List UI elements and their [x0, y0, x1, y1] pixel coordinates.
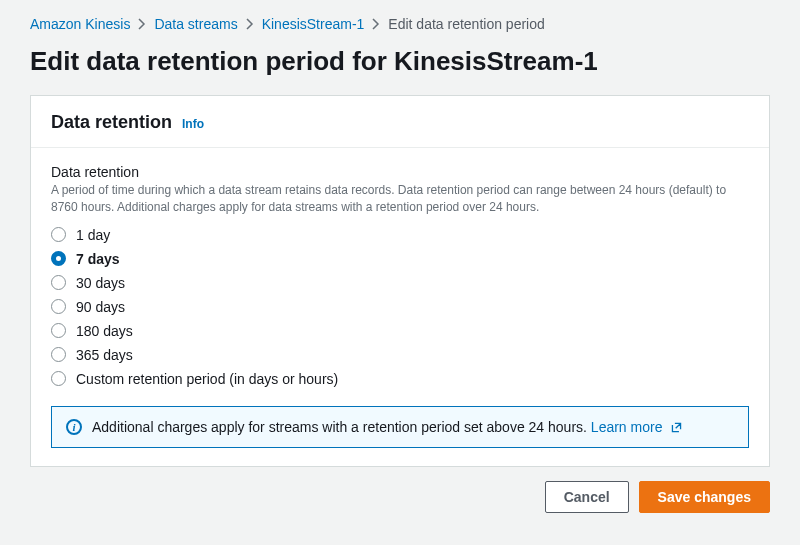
retention-option[interactable]: 30 days: [51, 274, 749, 292]
radio-label: 30 days: [76, 275, 125, 291]
radio-icon: [51, 251, 66, 266]
chevron-right-icon: [138, 18, 146, 30]
alert-text: Additional charges apply for streams wit…: [92, 419, 683, 435]
form-actions: Cancel Save changes: [30, 481, 770, 513]
radio-icon: [51, 323, 66, 338]
radio-label: Custom retention period (in days or hour…: [76, 371, 338, 387]
info-icon: i: [66, 419, 82, 435]
breadcrumb-current: Edit data retention period: [388, 16, 544, 32]
field-help-text: A period of time during which a data str…: [51, 182, 749, 216]
breadcrumb-link-stream[interactable]: KinesisStream-1: [262, 16, 365, 32]
external-link-icon: [670, 421, 683, 434]
radio-icon: [51, 371, 66, 386]
save-changes-button[interactable]: Save changes: [639, 481, 770, 513]
radio-label: 365 days: [76, 347, 133, 363]
radio-label: 7 days: [76, 251, 120, 267]
cancel-button[interactable]: Cancel: [545, 481, 629, 513]
retention-option[interactable]: 90 days: [51, 298, 749, 316]
radio-label: 180 days: [76, 323, 133, 339]
retention-option[interactable]: 7 days: [51, 250, 749, 268]
field-label: Data retention: [51, 164, 749, 180]
chevron-right-icon: [372, 18, 380, 30]
panel-title: Data retention: [51, 112, 172, 133]
breadcrumb-link-data-streams[interactable]: Data streams: [154, 16, 237, 32]
retention-option[interactable]: Custom retention period (in days or hour…: [51, 370, 749, 388]
radio-icon: [51, 347, 66, 362]
radio-icon: [51, 227, 66, 242]
radio-icon: [51, 275, 66, 290]
retention-option[interactable]: 1 day: [51, 226, 749, 244]
breadcrumb: Amazon Kinesis Data streams KinesisStrea…: [30, 10, 770, 36]
info-link[interactable]: Info: [182, 117, 204, 131]
retention-option[interactable]: 365 days: [51, 346, 749, 364]
page-title: Edit data retention period for KinesisSt…: [30, 46, 770, 77]
chevron-right-icon: [246, 18, 254, 30]
info-alert: i Additional charges apply for streams w…: [51, 406, 749, 448]
radio-icon: [51, 299, 66, 314]
radio-label: 1 day: [76, 227, 110, 243]
breadcrumb-link-kinesis[interactable]: Amazon Kinesis: [30, 16, 130, 32]
data-retention-panel: Data retention Info Data retention A per…: [30, 95, 770, 467]
retention-option[interactable]: 180 days: [51, 322, 749, 340]
retention-radio-group: 1 day7 days30 days90 days180 days365 day…: [51, 226, 749, 388]
radio-label: 90 days: [76, 299, 125, 315]
learn-more-link[interactable]: Learn more: [591, 419, 683, 435]
